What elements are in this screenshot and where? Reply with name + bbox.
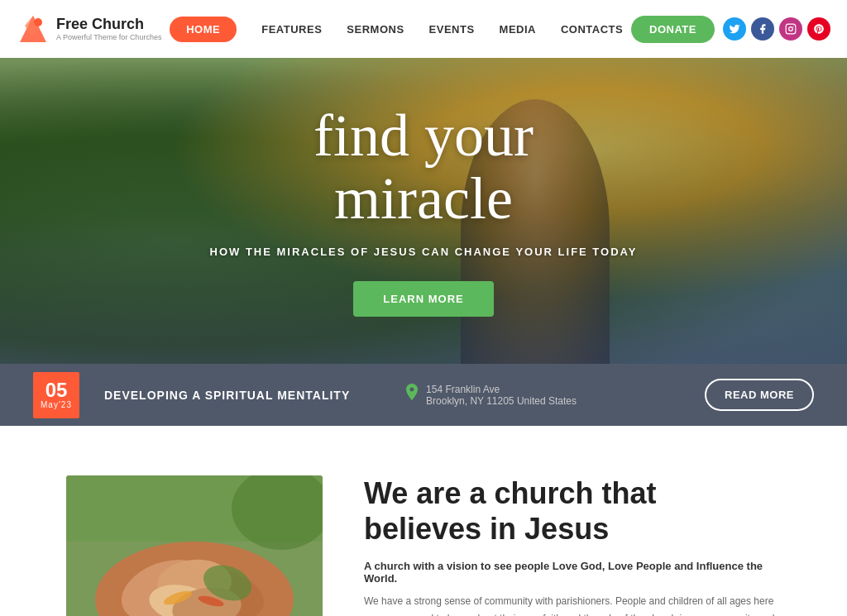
- location-line2: Brooklyn, NY 11205 United States: [426, 395, 577, 407]
- about-content: We are a church that believes in Jesus A…: [364, 475, 781, 616]
- about-heading: We are a church that believes in Jesus: [364, 475, 781, 547]
- location-text: 154 Franklin Ave Brooklyn, NY 11205 Unit…: [426, 384, 577, 407]
- svg-point-2: [34, 18, 42, 26]
- twitter-icon[interactable]: [723, 17, 746, 41]
- event-date-badge: 05 May'23: [33, 372, 79, 418]
- hero-section: find your miracle HOW THE MIRACLES OF JE…: [0, 58, 847, 364]
- event-bar: 05 May'23 DEVELOPING A SPIRITUAL MENTALI…: [0, 364, 847, 426]
- svg-point-5: [793, 26, 794, 26]
- read-more-button[interactable]: READ MORE: [705, 379, 814, 411]
- event-title: DEVELOPING A SPIRITUAL MENTALITY: [104, 389, 380, 402]
- logo-subtitle: A Powerful Theme for Churches: [56, 33, 161, 41]
- about-tagline: A church with a vision to see people Lov…: [364, 560, 781, 585]
- main-nav: HOME FEATURES SERMONS EVENTS MEDIA CONTA…: [170, 17, 623, 42]
- header-right: DONATE: [631, 16, 830, 43]
- facebook-icon[interactable]: [751, 17, 774, 41]
- about-section: We are a church that believes in Jesus A…: [0, 426, 847, 616]
- about-image: [66, 475, 323, 616]
- nav-features[interactable]: FEATURES: [261, 23, 322, 36]
- social-icons: [723, 17, 830, 41]
- nav-home[interactable]: HOME: [170, 17, 237, 42]
- logo-icon: [17, 12, 50, 45]
- event-month: May'23: [41, 400, 72, 409]
- header: Free Church A Powerful Theme for Churche…: [0, 0, 847, 58]
- nav-events[interactable]: EVENTS: [429, 23, 475, 36]
- hero-subtitle: HOW THE MIRACLES OF JESUS CAN CHANGE YOU…: [210, 246, 638, 258]
- pinterest-icon[interactable]: [807, 17, 830, 41]
- nav-media[interactable]: MEDIA: [500, 23, 536, 36]
- instagram-icon[interactable]: [779, 17, 802, 41]
- location-icon: [404, 384, 419, 406]
- logo-title: Free Church: [56, 17, 161, 33]
- logo-text: Free Church A Powerful Theme for Churche…: [56, 17, 161, 41]
- logo[interactable]: Free Church A Powerful Theme for Churche…: [17, 12, 161, 45]
- svg-rect-3: [786, 24, 796, 34]
- event-day: 05: [45, 380, 68, 400]
- learn-more-button[interactable]: LEARN MORE: [353, 281, 493, 317]
- svg-point-4: [789, 27, 793, 31]
- donate-button[interactable]: DONATE: [631, 16, 715, 43]
- hero-title: find your miracle: [210, 105, 638, 230]
- hero-content: find your miracle HOW THE MIRACLES OF JE…: [210, 105, 638, 316]
- nav-contacts[interactable]: CONTACTS: [561, 23, 623, 36]
- nav-sermons[interactable]: SERMONS: [347, 23, 404, 36]
- event-location: 154 Franklin Ave Brooklyn, NY 11205 Unit…: [404, 384, 680, 407]
- about-description: We have a strong sense of community with…: [364, 593, 781, 616]
- location-line1: 154 Franklin Ave: [426, 384, 577, 395]
